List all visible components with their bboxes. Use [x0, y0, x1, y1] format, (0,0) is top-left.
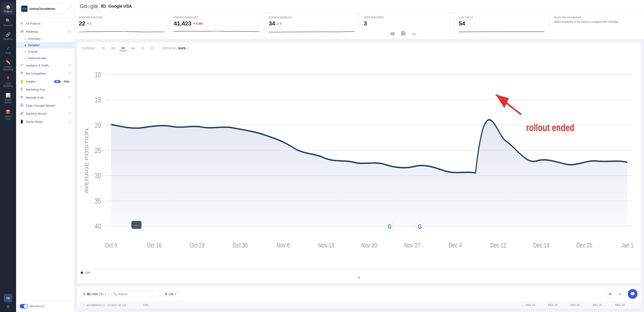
svg-text:10: 10 — [95, 71, 101, 79]
language-chevron-icon: ▾ — [105, 292, 106, 296]
sidebar-item-report-builder[interactable]: 📊 Report Builder — [1, 91, 15, 106]
sidebar-subitem-summary[interactable]: Summary — [16, 35, 74, 42]
view-chevron-icon: ▾ — [175, 292, 176, 296]
project-selector[interactable]: OCW OnlineCheckWriter ⌄ — [19, 3, 71, 14]
sidebar-subitem-historical[interactable]: Historical data — [16, 55, 74, 61]
rankings-collapse-icon: ▲ — [68, 30, 70, 33]
sidebar-item-all-projects[interactable]: ⊞ All Projects — [16, 19, 74, 27]
time-1m-btn[interactable]: 1M — [110, 46, 116, 51]
time-1y-btn[interactable]: 1Y — [140, 46, 146, 51]
sidebar-item-social-media[interactable]: 📱 Social Media ▾ — [16, 118, 74, 126]
search-engine-selector[interactable]: G 🇺🇸 USA EN ▾ — [81, 291, 109, 297]
sidebar-subitem-detailed[interactable]: Detailed — [16, 42, 74, 48]
sidebar-menu: ⊞ All Projects Rankings ▲ Summary Detail… — [16, 18, 74, 128]
svg-rect-1 — [22, 30, 22, 33]
keywords-column-header: KEYWORDS (1 - 13 OUT OF 13) — [81, 304, 143, 307]
sidebar-item-page-changes[interactable]: Page Changes Monitor — [16, 102, 74, 110]
traffic-sparkline — [174, 29, 260, 35]
svg-text:30: 30 — [95, 172, 101, 180]
google-logo-small: G — [83, 292, 86, 296]
list-icon: ☰ — [165, 292, 168, 296]
filter-button[interactable]: ≡ — [616, 290, 624, 298]
backlinks-icon: 🔗 — [6, 32, 10, 37]
avg-position-sparkline — [79, 29, 164, 35]
dec21-column-header[interactable]: DEC-21 — [570, 304, 593, 307]
sidebar-item-backlinks[interactable]: 🔗 Backlinks — [1, 30, 15, 43]
time-7d-btn[interactable]: 7D — [100, 46, 106, 51]
website-audit-icon — [20, 96, 24, 100]
svg-rect-10 — [401, 31, 406, 35]
home-icon: 🏠 — [6, 4, 10, 9]
new-menu-toggle[interactable] — [20, 304, 28, 309]
dec23-column-header[interactable]: DEC-23 — [615, 304, 638, 307]
icon-nav: 🏠 Projects 🔍 Research 🔗 Backlinks ✓ Audi… — [0, 0, 16, 312]
sidebar-subitem-overall[interactable]: Overall — [16, 48, 74, 55]
dec22-column-header[interactable]: DEC-22 — [593, 304, 615, 307]
svg-rect-2 — [22, 30, 23, 33]
content-icon: ✏️ — [6, 60, 10, 65]
page-changes-icon — [20, 104, 24, 108]
group-by-selector[interactable]: GROUP BY: DAYS ▾ — [162, 47, 188, 50]
serp-sparkline — [364, 29, 450, 35]
sidebar-item-marketing-plan[interactable]: Marketing Plan — [16, 85, 74, 94]
time-3m-btn[interactable]: 3M — [120, 46, 126, 51]
insights-icon: 💡 — [20, 79, 24, 83]
dec20-column-header[interactable]: DEC-20 — [548, 304, 570, 307]
copy-button[interactable]: ⧉ — [606, 290, 614, 298]
dec19-column-header[interactable]: DEC-19 — [526, 304, 548, 307]
keywords-table-section: G 🇺🇸 USA EN ▾ 🔍 ☰ List ▾ ⧉ ≡ — [77, 286, 641, 309]
settings-button[interactable]: ⚙ — [1, 304, 15, 310]
sidebar-item-rankings[interactable]: Rankings ▲ — [16, 27, 74, 35]
svg-rect-9 — [390, 32, 395, 35]
marketing-plan-icon — [20, 88, 24, 92]
chat-button[interactable]: 💬 — [628, 289, 638, 299]
user-avatar[interactable]: YK — [4, 294, 12, 303]
time-2y-btn[interactable]: 2Y — [149, 46, 156, 51]
select-all-checkbox[interactable] — [81, 304, 84, 307]
chart-legend: USA — [81, 269, 638, 274]
chevron-down-icon: ▾ — [186, 47, 188, 50]
sidebar-item-analytics-traffic[interactable]: Analytics & Traffic ▾ — [16, 61, 74, 69]
svg-text:Nov 13: Nov 13 — [318, 241, 334, 249]
chart-collapse-button[interactable]: ▲ — [81, 274, 638, 280]
country-flag-small: 🇺🇸 — [87, 292, 90, 296]
sidebar-item-insights[interactable]: 💡 Insights 99+ Beta — [16, 77, 74, 85]
local-icon: 📍 — [6, 76, 10, 81]
historical-dot-icon — [24, 58, 26, 59]
sidebar-item-research[interactable]: 🔍 Research — [1, 16, 15, 29]
sidebar-item-local-marketing[interactable]: 📍 Local Marketing — [1, 74, 15, 90]
search-icon: 🔍 — [113, 292, 117, 296]
sidebar-item-website-audit[interactable]: Website Audit ▾ — [16, 94, 74, 102]
visibility-sparkline — [269, 29, 355, 35]
project-name: OnlineCheckWriter — [29, 7, 65, 10]
projects-grid-icon: ⊞ — [20, 21, 24, 25]
time-6m-btn[interactable]: 6M — [130, 46, 136, 51]
chart-container: CURRENT 7D 1M 3M 6M 1Y 2Y GROUP BY: DAYS… — [77, 42, 641, 284]
search-input-wrap: 🔍 — [111, 291, 160, 297]
time-current-btn[interactable]: CURRENT — [81, 46, 96, 51]
stat-serp-features: SERP FEATURES 3 — [359, 13, 454, 39]
view-list-selector[interactable]: ☰ List ▾ — [162, 291, 179, 297]
copy-icon: ⧉ — [609, 292, 611, 296]
detailed-dot-icon — [24, 45, 26, 46]
sidebar-item-agency-pack[interactable]: 📦 Agency Pack — [1, 107, 15, 123]
report-icon: 📊 — [6, 93, 10, 98]
svg-text:Oct 9: Oct 9 — [105, 241, 117, 249]
analytics-icon — [20, 63, 24, 67]
research-icon: 🔍 — [6, 18, 10, 23]
sidebar-item-audit[interactable]: ✓ Audit — [1, 44, 15, 57]
sidebar-item-backlink-monitor[interactable]: 🔗 Backlink Monitor ▾ — [16, 110, 74, 118]
svg-text:40: 40 — [95, 222, 101, 230]
sidebar-item-content-marketing[interactable]: ✏️ Content Marketing — [1, 58, 15, 73]
keyword-search-input[interactable] — [118, 292, 158, 296]
page-title: Google USA — [108, 4, 132, 9]
sidebar-item-projects[interactable]: 🏠 Projects — [1, 2, 15, 15]
sidebar: OCW OnlineCheckWriter ⌄ ⊞ All Projects R… — [16, 0, 74, 312]
overall-dot-icon — [24, 51, 26, 52]
sidebar-item-my-competitors[interactable]: My Competitors ▾ — [16, 69, 74, 77]
svg-text:Oct 16: Oct 16 — [147, 241, 162, 249]
svg-text:rollout ended: rollout ended — [526, 122, 574, 133]
svg-text:···: ··· — [134, 221, 139, 229]
competitors-icon — [20, 71, 24, 75]
svg-text:Oct 23: Oct 23 — [190, 241, 204, 249]
